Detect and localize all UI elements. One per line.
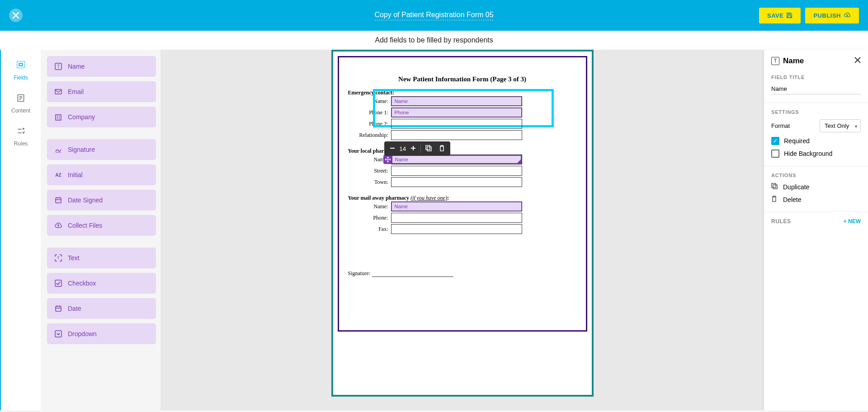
field-type-email[interactable]: Email	[47, 81, 156, 102]
field-type-company[interactable]: Company	[47, 107, 156, 127]
row-emergency-relationship: Relationship:	[348, 130, 577, 140]
input-pharmacy-town[interactable]	[391, 177, 522, 187]
panel-title: Name	[783, 56, 851, 66]
panel-close-button[interactable]	[854, 56, 861, 66]
field-label: Checkbox	[68, 280, 96, 287]
field-label: Company	[68, 113, 95, 121]
svg-rect-29	[55, 331, 61, 337]
field-type-text[interactable]: T Text	[47, 248, 156, 268]
field-toolbar: 14	[384, 141, 450, 156]
publish-button[interactable]: PUBLISH	[805, 8, 859, 23]
toolbar-divider	[420, 145, 421, 153]
input-emergency-phone2[interactable]	[391, 119, 522, 129]
left-nav: Fields Content Rules	[0, 50, 41, 410]
name-field-icon: T	[54, 62, 62, 70]
format-select[interactable]: Text Only	[820, 119, 861, 132]
hide-bg-checkbox[interactable]	[771, 150, 779, 158]
canvas-area[interactable]: New Patient Information Form (Page 3 of …	[160, 50, 764, 410]
hide-bg-label: Hide Background	[784, 150, 832, 157]
svg-rect-1	[19, 63, 22, 66]
duplicate-field-button[interactable]	[423, 144, 434, 154]
input-pharmacy-street[interactable]	[391, 166, 522, 176]
hide-bg-row: Hide Background	[771, 150, 861, 158]
nav-rules[interactable]: Rules	[14, 126, 28, 147]
input-emergency-relationship[interactable]	[391, 130, 522, 140]
section-settings: SETTINGS Format Text Only ✓ Required Hid…	[771, 109, 861, 158]
company-icon	[54, 113, 62, 121]
input-pharmacy-name[interactable]: Name	[391, 154, 522, 164]
section-emergency-label: Emergency contact:	[348, 89, 577, 96]
signature-label: Signature:	[348, 270, 370, 277]
field-type-initial[interactable]: AZ Initial	[47, 164, 156, 185]
field-type-checkbox[interactable]: Checkbox	[47, 273, 156, 294]
field-type-name[interactable]: T Name	[47, 56, 156, 77]
panel-header: T Name	[771, 56, 861, 66]
field-move-handle[interactable]	[383, 155, 392, 164]
placed-field-name[interactable]: Name	[392, 97, 522, 106]
save-icon	[786, 12, 793, 19]
text-icon: T	[54, 254, 62, 262]
field-type-dropdown[interactable]: Dropdown	[47, 323, 156, 344]
mail-label-a: Your mail away pharmacy	[348, 195, 410, 201]
doc-title: New Patient Information Form (Page 3 of …	[348, 75, 577, 83]
document-title[interactable]: Copy of Patient Registration Form 05	[374, 11, 493, 20]
signature-icon	[54, 145, 62, 154]
row-mail-name: Name: Name	[348, 201, 577, 211]
placed-field-name-selected[interactable]: Name	[392, 155, 522, 164]
action-delete[interactable]: Delete	[771, 196, 861, 203]
subheader: Add fields to be filled by respondents	[0, 31, 868, 50]
properties-panel: T Name FIELD TITLE SETTINGS Format Text …	[764, 50, 868, 410]
font-decrease-button[interactable]	[387, 145, 398, 153]
font-increase-button[interactable]	[408, 145, 419, 153]
field-label: Collect Files	[68, 222, 102, 229]
divider	[764, 103, 868, 103]
nav-content[interactable]: Content	[11, 94, 30, 114]
input-emergency-name[interactable]: Name	[391, 96, 522, 106]
divider	[764, 166, 868, 166]
action-duplicate[interactable]: Duplicate	[771, 183, 861, 191]
label-name: Name:	[348, 98, 391, 105]
label-mail-fax: Fax:	[348, 226, 391, 233]
row-pharmacy-street: Street:	[348, 166, 577, 176]
field-title-input[interactable]	[771, 84, 861, 94]
field-type-date[interactable]: Date	[47, 298, 156, 319]
svg-rect-25	[56, 306, 61, 311]
email-icon	[54, 88, 62, 96]
svg-rect-34	[427, 147, 431, 151]
input-mail-name[interactable]: Name	[391, 201, 522, 211]
label-phone2: Phone 2:	[348, 121, 391, 127]
placed-field-name-mail[interactable]: Name	[392, 202, 522, 211]
input-mail-phone[interactable]	[391, 213, 522, 223]
format-select-wrap: Text Only	[820, 119, 861, 132]
settings-label: SETTINGS	[771, 109, 861, 115]
dropdown-icon	[54, 330, 62, 338]
section-rules: RULES + NEW	[771, 218, 861, 225]
label-relationship: Relationship:	[348, 132, 391, 139]
required-checkbox[interactable]: ✓	[771, 137, 779, 145]
svg-rect-11	[56, 115, 61, 120]
field-type-signature[interactable]: Signature	[47, 139, 156, 160]
font-size-value: 14	[400, 145, 406, 152]
actions-label: ACTIONS	[771, 173, 861, 178]
initial-icon: AZ	[54, 171, 62, 179]
input-mail-fax[interactable]	[391, 224, 522, 234]
delete-field-button[interactable]	[436, 144, 448, 154]
field-type-collect-files[interactable]: Collect Files	[47, 215, 156, 236]
fields-panel: T Name Email Company Signature AZ Initia…	[41, 50, 160, 410]
document-page: New Patient Information Form (Page 3 of …	[331, 50, 594, 397]
row-mail-fax: Fax:	[348, 224, 577, 234]
nav-fields[interactable]: Fields	[14, 60, 28, 81]
input-emergency-phone1[interactable]: Phone	[391, 108, 522, 117]
field-label: Date Signed	[68, 197, 103, 204]
save-button[interactable]: SAVE	[759, 8, 801, 23]
close-button[interactable]	[9, 9, 23, 22]
placed-field-phone[interactable]: Phone	[392, 108, 522, 117]
section-pharmacy-label: Your local pharmacy:	[348, 148, 577, 154]
row-pharmacy-town: Town:	[348, 177, 577, 187]
field-title-label: FIELD TITLE	[771, 75, 861, 80]
field-type-date-signed[interactable]: Date Signed	[47, 190, 156, 211]
new-rule-button[interactable]: + NEW	[844, 218, 861, 225]
label-mail-name: Name:	[348, 203, 391, 210]
svg-rect-19	[56, 198, 61, 203]
rules-icon	[16, 126, 25, 138]
